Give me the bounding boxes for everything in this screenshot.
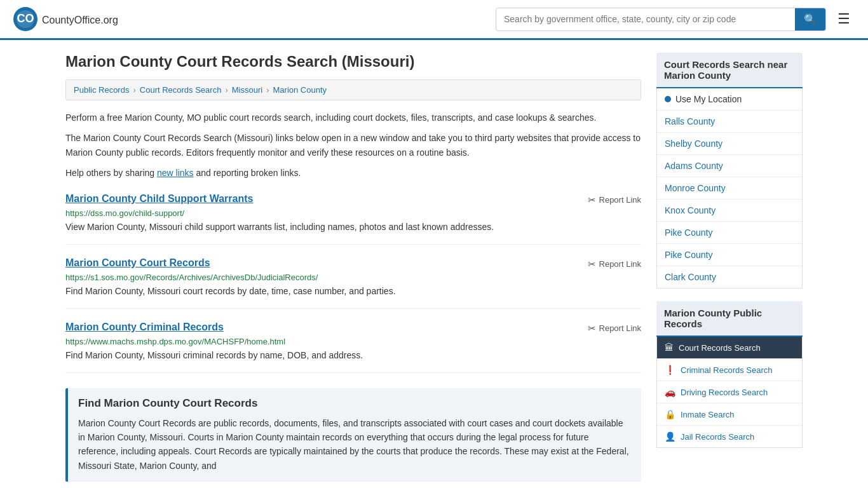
record-url-0: https://dss.mo.gov/child-support/ [65,208,641,218]
use-my-location-item[interactable]: Use My Location [657,88,802,111]
page-title: Marion County Court Records Search (Miss… [65,53,641,71]
menu-button[interactable]: ☰ [832,8,855,30]
breadcrumb-public-records[interactable]: Public Records [74,85,129,95]
report-link-btn-1[interactable]: ✂ Report Link [588,257,641,270]
rec-label-2: Driving Records Search [681,388,768,397]
nearby-section-title: Court Records Search near Marion County [656,53,803,88]
header: CO CountyOffice.org 🔍 ☰ [0,0,868,40]
record-url-2: https://www.machs.mshp.dps.mo.gov/MACHSF… [65,337,641,346]
new-links-link[interactable]: new links [157,168,194,178]
records-container: Marion County Child Support Warrants ✂ R… [65,193,641,373]
nearby-county-link-4[interactable]: Knox County [657,200,802,221]
nearby-county-item-7[interactable]: Clark County [657,266,802,288]
rec-icon-1: ❗ [665,365,675,375]
public-records-list: 🏛 Court Records Search ❗ Criminal Record… [656,337,803,448]
find-section-text: Marion County Court Records are public r… [78,416,631,473]
nearby-county-link-5[interactable]: Pike County [657,222,802,243]
main-container: Marion County Court Records Search (Miss… [53,40,815,488]
public-records-link-4[interactable]: 👤 Jail Records Search [657,426,802,447]
record-link-title-0[interactable]: Marion County Child Support Warrants [65,193,253,205]
report-link-btn-0[interactable]: ✂ Report Link [588,193,641,206]
nearby-county-link-1[interactable]: Shelby County [657,133,802,154]
scissors-icon-2: ✂ [588,323,596,334]
report-link-label-1: Report Link [599,259,641,269]
desc-p3-suffix: and reporting broken links. [194,168,301,178]
nearby-section: Court Records Search near Marion County … [656,53,803,288]
logo-icon: CO [13,6,38,32]
rec-label-1: Criminal Records Search [681,365,773,375]
desc-p3-prefix: Help others by sharing [65,168,157,178]
scissors-icon-1: ✂ [588,259,596,270]
search-bar-container: 🔍 [496,8,826,31]
desc-paragraph-3: Help others by sharing new links and rep… [65,166,641,180]
nearby-county-link-7[interactable]: Clark County [657,266,802,288]
public-records-item-1[interactable]: ❗ Criminal Records Search [657,359,802,381]
nearby-county-item-2[interactable]: Adams County [657,155,802,177]
nearby-county-item-5[interactable]: Pike County [657,222,802,244]
header-right: 🔍 ☰ [496,8,855,31]
nearby-county-link-3[interactable]: Monroe County [657,177,802,199]
nearby-list: Use My Location Ralls CountyShelby Count… [656,88,803,288]
breadcrumb: Public Records › Court Records Search › … [65,79,641,100]
find-section: Find Marion County Court Records Marion … [65,388,641,482]
rec-label-3: Inmate Search [681,410,735,419]
nearby-county-item-6[interactable]: Pike County [657,244,802,266]
nearby-county-item-4[interactable]: Knox County [657,200,802,222]
desc-paragraph-1: Perform a free Marion County, MO public … [65,111,641,125]
record-block-0: Marion County Child Support Warrants ✂ R… [65,193,641,245]
description-area: Perform a free Marion County, MO public … [65,111,641,180]
record-link-title-1[interactable]: Marion County Court Records [65,257,210,269]
use-my-location-label: Use My Location [675,94,742,104]
use-my-location-link[interactable]: Use My Location [657,88,802,110]
svg-text:CO: CO [17,12,34,25]
public-records-item-0[interactable]: 🏛 Court Records Search [657,337,802,359]
search-button[interactable]: 🔍 [795,8,825,30]
breadcrumb-sep-2: › [225,85,227,95]
logo-text: CountyOffice.org [42,12,118,27]
rec-label-0: Court Records Search [679,343,761,353]
nearby-county-link-0[interactable]: Ralls County [657,111,802,132]
breadcrumb-marion-county[interactable]: Marion County [273,85,327,95]
record-url-1: https://s1.sos.mo.gov/Records/Archives/A… [65,273,641,282]
breadcrumb-court-records-search[interactable]: Court Records Search [140,85,222,95]
nearby-county-item-0[interactable]: Ralls County [657,111,802,133]
public-records-item-3[interactable]: 🔒 Inmate Search [657,403,802,426]
record-desc-1: Find Marion County, Missouri court recor… [65,285,641,298]
nearby-county-link-2[interactable]: Adams County [657,155,802,177]
rec-icon-2: 🚗 [665,387,675,397]
desc-paragraph-2: The Marion County Court Records Search (… [65,131,641,159]
record-link-title-2[interactable]: Marion County Criminal Records [65,322,224,333]
report-link-btn-2[interactable]: ✂ Report Link [588,322,641,334]
public-records-link-3[interactable]: 🔒 Inmate Search [657,403,802,425]
rec-label-4: Jail Records Search [681,432,754,442]
record-link-header-2: Marion County Criminal Records ✂ Report … [65,322,641,334]
public-records-link-0[interactable]: 🏛 Court Records Search [657,337,802,358]
rec-icon-3: 🔒 [665,409,675,419]
location-dot-icon [665,96,671,102]
content-area: Marion County Court Records Search (Miss… [65,53,641,482]
nearby-county-item-3[interactable]: Monroe County [657,177,802,200]
report-link-label-2: Report Link [599,323,641,333]
breadcrumb-sep-3: › [266,85,269,95]
public-records-item-4[interactable]: 👤 Jail Records Search [657,426,802,447]
search-input[interactable] [496,9,795,29]
record-link-header-1: Marion County Court Records ✂ Report Lin… [65,257,641,270]
public-records-link-1[interactable]: ❗ Criminal Records Search [657,359,802,381]
nearby-county-item-1[interactable]: Shelby County [657,133,802,155]
logo-area: CO CountyOffice.org [13,6,118,32]
record-desc-0: View Marion County, Missouri child suppo… [65,220,641,234]
rec-icon-4: 👤 [665,431,675,442]
find-section-title: Find Marion County Court Records [78,397,631,410]
public-records-section: Marion County Public Records 🏛 Court Rec… [656,301,803,448]
record-block-2: Marion County Criminal Records ✂ Report … [65,322,641,373]
record-block-1: Marion County Court Records ✂ Report Lin… [65,257,641,309]
record-link-header-0: Marion County Child Support Warrants ✂ R… [65,193,641,206]
sidebar: Court Records Search near Marion County … [656,53,803,482]
breadcrumb-missouri[interactable]: Missouri [232,85,262,95]
public-records-item-2[interactable]: 🚗 Driving Records Search [657,381,802,403]
public-records-link-2[interactable]: 🚗 Driving Records Search [657,381,802,403]
record-desc-2: Find Marion County, Missouri criminal re… [65,349,641,362]
nearby-county-link-6[interactable]: Pike County [657,244,802,266]
rec-icon-0: 🏛 [665,342,674,353]
scissors-icon-0: ✂ [588,194,596,206]
